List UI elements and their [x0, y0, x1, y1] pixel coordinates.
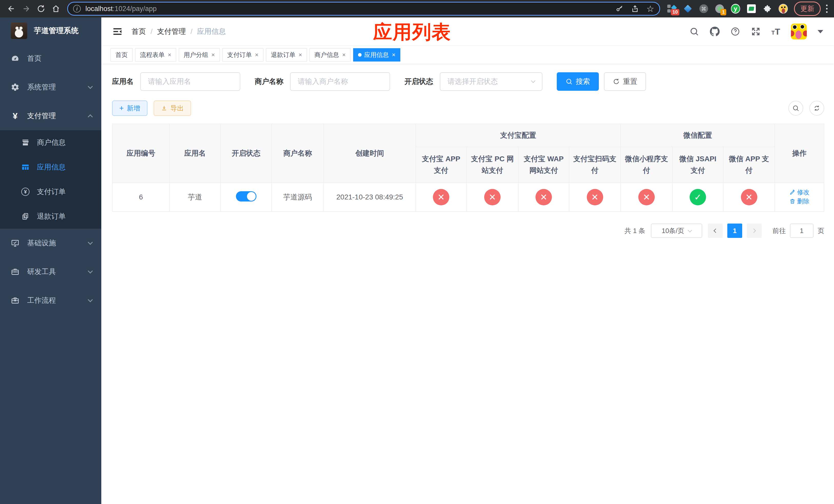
close-icon[interactable]: × — [255, 51, 259, 59]
user-avatar[interactable] — [791, 24, 807, 40]
reset-button[interactable]: 重置 — [604, 72, 646, 91]
hamburger-icon — [112, 26, 123, 37]
status-alipay-app-icon: ✕ — [433, 189, 449, 205]
site-info-icon[interactable]: i — [73, 5, 81, 13]
sidebar-item-dev-tools[interactable]: 研发工具 — [0, 257, 101, 286]
extension-command-icon[interactable] — [699, 4, 708, 13]
sidebar-item-pay-orders[interactable]: ¥ 支付订单 — [0, 180, 101, 204]
search-button[interactable]: 搜索 — [557, 72, 599, 91]
sidebar-item-label: 基础设施 — [27, 238, 56, 248]
trash-icon — [789, 198, 795, 204]
sidebar-item-refund-orders[interactable]: 退款订单 — [0, 204, 101, 229]
browser-home-button[interactable] — [49, 2, 63, 15]
prev-page-button[interactable] — [708, 224, 723, 238]
delete-button[interactable]: 删除 — [789, 197, 809, 205]
sidebar-item-label: 支付管理 — [27, 111, 56, 121]
browser-menu-icon[interactable] — [826, 4, 828, 14]
extension-recorder-icon[interactable]: 1 — [715, 4, 724, 13]
extension-blocks-icon[interactable]: 10 — [667, 4, 677, 13]
sidebar-item-merchant-info[interactable]: 商户信息 — [0, 130, 101, 155]
goto-page-input[interactable] — [790, 224, 813, 238]
browser-forward-button[interactable] — [20, 2, 33, 15]
refresh-icon — [613, 78, 620, 85]
export-button[interactable]: 导出 — [154, 100, 191, 116]
documents-icon — [21, 212, 30, 221]
close-icon[interactable]: × — [342, 51, 346, 59]
tab-app-info[interactable]: 应用信息× — [353, 48, 400, 62]
fullscreen-icon[interactable] — [751, 27, 761, 37]
extension-chat-icon[interactable] — [747, 4, 756, 13]
shop-icon — [21, 138, 30, 147]
yen-icon: ¥ — [11, 112, 20, 120]
page-size-select[interactable]: 10条/页 — [651, 224, 702, 238]
close-icon[interactable]: × — [392, 51, 395, 59]
sidebar-item-label: 退款订单 — [37, 211, 66, 221]
app-name-input[interactable] — [148, 77, 233, 86]
browser-back-button[interactable] — [5, 2, 18, 15]
chevron-down-icon — [88, 240, 93, 245]
sidebar-item-label: 工作流程 — [27, 296, 56, 305]
col-header-wx-app: 微信 APP 支付 — [723, 147, 775, 183]
sidebar-item-app-info[interactable]: 应用信息 — [0, 155, 101, 180]
tab-merchant-info[interactable]: 商户信息× — [310, 48, 351, 62]
edit-icon — [789, 189, 795, 196]
merchant-name-input[interactable] — [298, 77, 382, 86]
extension-y-icon[interactable]: y — [731, 4, 740, 13]
sidebar-item-system[interactable]: 系统管理 — [0, 73, 101, 101]
font-size-icon[interactable]: TT — [771, 27, 780, 37]
share-icon[interactable] — [631, 5, 639, 13]
close-icon[interactable]: × — [168, 51, 171, 59]
pagination: 共 1 条 10条/页 1 前往 页 — [112, 224, 824, 238]
tab-refund-orders[interactable]: 退款订单× — [266, 48, 307, 62]
sidebar-item-infrastructure[interactable]: 基础设施 — [0, 229, 101, 257]
tab-pay-orders[interactable]: 支付订单× — [222, 48, 263, 62]
search-icon[interactable] — [689, 27, 699, 37]
tab-home[interactable]: 首页 — [111, 48, 133, 62]
extensions-menu-icon[interactable] — [763, 4, 772, 13]
help-icon[interactable] — [730, 27, 740, 37]
close-icon[interactable]: × — [211, 51, 215, 59]
sidebar-item-label: 应用信息 — [37, 162, 66, 172]
payment-submenu: 商户信息 应用信息 ¥ 支付订单 退款订单 — [0, 130, 101, 229]
address-bar[interactable]: i localhost:1024/pay/app ☆ — [67, 2, 660, 16]
password-key-icon[interactable] — [616, 5, 623, 13]
browser-profile-avatar[interactable] — [778, 4, 788, 13]
extension-kite-icon[interactable] — [683, 4, 693, 13]
app-logo[interactable]: 芋道管理系统 — [0, 18, 101, 44]
top-navbar: 首页 / 支付管理 / 应用信息 应用列表 TT — [101, 18, 834, 46]
tab-user-group[interactable]: 用户分组× — [179, 48, 220, 62]
sidebar-item-payment[interactable]: ¥ 支付管理 — [0, 101, 101, 130]
add-button[interactable]: + 新增 — [112, 100, 148, 116]
chrome-update-button[interactable]: 更新 — [794, 2, 821, 16]
refresh-table-button[interactable] — [809, 101, 824, 116]
breadcrumb-home[interactable]: 首页 — [132, 27, 146, 37]
status-wx-app-icon: ✕ — [741, 189, 757, 205]
col-header-wx-mini: 微信小程序支付 — [621, 147, 673, 183]
edit-button[interactable]: 修改 — [789, 188, 809, 197]
browser-reload-button[interactable] — [35, 2, 48, 15]
user-menu-caret-icon[interactable] — [818, 30, 823, 33]
sidebar-collapse-button[interactable] — [112, 26, 123, 37]
sidebar-item-workflow[interactable]: 工作流程 — [0, 286, 101, 315]
bookmark-star-icon[interactable]: ☆ — [646, 4, 654, 13]
enabled-switch[interactable] — [236, 191, 257, 202]
goto-suffix: 页 — [818, 226, 824, 235]
toggle-search-button[interactable] — [788, 101, 803, 116]
search-icon — [566, 78, 573, 85]
github-icon[interactable] — [710, 27, 720, 37]
sidebar-item-home[interactable]: 首页 — [0, 44, 101, 73]
breadcrumb-payment[interactable]: 支付管理 — [157, 27, 186, 37]
cell-created-at: 2021-10-23 08:49:25 — [324, 183, 416, 211]
col-header-alipay-qr: 支付宝扫码支付 — [569, 147, 621, 183]
close-icon[interactable]: × — [299, 51, 302, 59]
table-row: 6 芋道 芋道源码 2021-10-23 08:49:25 ✕ ✕ ✕ ✕ ✕ … — [112, 183, 824, 211]
chevron-down-icon — [688, 228, 692, 232]
col-header-wx-jsapi: 微信 JSAPI 支付 — [673, 147, 723, 183]
status-wx-mini-icon: ✕ — [638, 189, 655, 205]
tab-process-form[interactable]: 流程表单× — [135, 48, 176, 62]
status-select[interactable]: 请选择开启状态 — [440, 72, 543, 91]
next-page-button[interactable] — [747, 224, 762, 238]
sidebar-item-label: 研发工具 — [27, 267, 56, 277]
page-number-1[interactable]: 1 — [727, 224, 742, 238]
reload-icon — [37, 4, 45, 13]
